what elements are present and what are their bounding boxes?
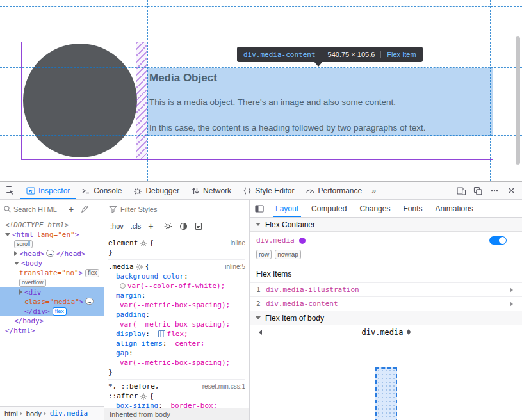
select-arrows-icon	[407, 327, 411, 337]
more-tabs-chevron[interactable]: »	[368, 186, 380, 195]
tab-debugger[interactable]: Debugger	[127, 182, 185, 199]
expand-arrow-icon[interactable]	[14, 251, 17, 256]
tab-changes[interactable]: Changes	[353, 200, 396, 217]
sidebar-toggle-button[interactable]	[250, 205, 269, 213]
class-toggle[interactable]: .cls	[131, 222, 142, 230]
tab-layout[interactable]: Layout	[269, 200, 305, 217]
rule-source-link[interactable]: reset.min.css:1	[202, 382, 245, 391]
tab-inspector[interactable]: Inspector	[20, 182, 76, 199]
light-scheme-toggle[interactable]	[164, 222, 172, 230]
breadcrumb-div-media[interactable]: div.media	[50, 409, 88, 417]
collapse-arrow-icon[interactable]	[5, 233, 10, 236]
chevron-right-icon	[510, 302, 516, 307]
declaration-padding[interactable]: padding var(--metric-box-spacing);	[108, 310, 245, 329]
create-node-button[interactable]: +	[65, 204, 77, 215]
tab-console[interactable]: Console	[76, 182, 127, 199]
collapsed-content-badge[interactable]: …	[85, 298, 94, 305]
breadcrumb-html[interactable]: html	[4, 410, 18, 417]
rules-toolbar	[104, 200, 249, 218]
tab-fonts[interactable]: Fonts	[396, 200, 428, 217]
page-scrollbar[interactable]	[516, 36, 520, 165]
flex-container-selector[interactable]: div.media	[256, 236, 295, 245]
breadcrumb-separator-icon	[44, 412, 48, 416]
flex-item-row-2[interactable]: 2 div.media-content	[250, 297, 522, 311]
rule-selector[interactable]: *, ::before,	[108, 382, 159, 391]
flex-badge-div-media[interactable]: flex	[53, 307, 67, 316]
rule-selector[interactable]: element	[108, 238, 138, 248]
color-swatch[interactable]	[120, 283, 126, 289]
print-simulation-toggle[interactable]	[195, 222, 202, 230]
html-node[interactable]: <htmllang="en">	[0, 230, 104, 239]
breadcrumb-body[interactable]: body	[26, 410, 42, 417]
rule-reset: *, ::before, reset.min.css:1 ::after { b…	[108, 382, 245, 408]
pick-element-icon	[5, 186, 15, 195]
sidebar-tabs: Layout Computed Changes Fonts Animations	[250, 200, 522, 218]
tab-style-editor[interactable]: Style Editor	[237, 182, 300, 199]
flex-item-row-1[interactable]: 1 div.media-illustration	[250, 283, 522, 297]
declaration-background-color[interactable]: background-color var(--color-off-white);	[108, 271, 245, 291]
head-node[interactable]: <head>…</head>	[0, 249, 104, 259]
responsive-design-mode-button[interactable]	[453, 183, 469, 198]
flex-overlay-guide-right	[490, 0, 491, 181]
highlight-matches-icon[interactable]	[140, 240, 147, 246]
flex-badge-body[interactable]: flex	[85, 269, 99, 277]
network-icon	[191, 186, 200, 195]
flex-item-select[interactable]: div.media	[361, 327, 410, 337]
flex-highlighter-switch[interactable]	[489, 236, 507, 245]
div-media-close-line[interactable]: </div>flex	[0, 307, 104, 316]
media-content-highlight: Media Object This is a media object. The…	[147, 68, 493, 136]
div-media-attr-line[interactable]: class="media">…	[0, 297, 104, 307]
rule-source-link[interactable]: inline:5	[225, 262, 245, 271]
dark-scheme-toggle[interactable]	[179, 222, 188, 230]
devtools-panel: Inspector Console Debugger Network Style…	[0, 181, 522, 420]
section-collapse-icon	[256, 316, 261, 322]
devtools-menu-button[interactable]	[486, 183, 503, 198]
filter-styles-input[interactable]	[120, 206, 197, 213]
declaration-gap[interactable]: gap var(--metric-box-spacing);	[108, 348, 245, 368]
expand-arrow-icon[interactable]	[19, 289, 22, 295]
eyedropper-button[interactable]	[79, 204, 90, 215]
flex-container-section-header[interactable]: Flex Container	[250, 218, 522, 232]
body-close-node[interactable]: </body>	[0, 316, 104, 326]
pick-element-button[interactable]	[0, 182, 20, 199]
tab-computed[interactable]: Computed	[305, 200, 353, 217]
doctype-node[interactable]: <!DOCTYPE html>	[0, 220, 104, 230]
collapsed-content-badge[interactable]: …	[46, 250, 54, 257]
scroll-badge[interactable]: scroll	[14, 240, 33, 248]
meatball-menu-icon	[490, 186, 499, 195]
declaration-box-sizing[interactable]: box-sizing border-box;	[108, 401, 245, 408]
tab-network[interactable]: Network	[185, 182, 237, 199]
overlay-color-swatch[interactable]	[299, 238, 306, 244]
debugger-icon	[133, 186, 142, 195]
rule-source-link[interactable]: inline	[231, 238, 245, 248]
split-console-button[interactable]	[469, 183, 486, 198]
highlight-matches-icon[interactable]	[136, 264, 143, 270]
declaration-display[interactable]: display flex;	[108, 329, 245, 339]
rule-selector[interactable]: ::after	[108, 391, 138, 401]
add-rule-button[interactable]: +	[148, 221, 153, 231]
flex-highlighter-toggle-icon[interactable]	[158, 330, 165, 337]
declaration-align-items[interactable]: align-items center;	[108, 339, 245, 348]
flex-gap-hatch	[136, 42, 147, 159]
body-node[interactable]: <body	[0, 259, 104, 268]
rule-selector[interactable]: .media	[108, 262, 134, 271]
performance-icon	[306, 186, 314, 195]
previous-item-button[interactable]	[250, 330, 268, 335]
tab-animations[interactable]: Animations	[428, 200, 479, 217]
overflow-badge[interactable]: overflow	[19, 279, 46, 287]
div-media-node-selected[interactable]: <div	[0, 287, 104, 297]
collapse-arrow-icon[interactable]	[14, 262, 19, 265]
markup-pane: + <!DOCTYPE html> <htmllang="en"> scroll…	[0, 200, 104, 420]
close-devtools-button[interactable]	[503, 183, 519, 198]
tab-performance[interactable]: Performance	[300, 182, 368, 199]
flex-item-section-header[interactable]: Flex Item of body	[250, 311, 522, 325]
html-close-node[interactable]: </html>	[0, 326, 104, 335]
declaration-margin[interactable]: margin var(--metric-box-spacing);	[108, 291, 245, 310]
highlight-matches-icon[interactable]	[140, 393, 147, 400]
search-html-input[interactable]	[13, 206, 63, 213]
body-attr-line[interactable]: translate="no">flex	[0, 268, 104, 278]
pseudo-class-toggle[interactable]: :hov	[110, 222, 124, 230]
flex-direction-badge: row	[256, 250, 272, 259]
flex-item-nav: div.media	[250, 325, 522, 339]
inherited-from-body-header: Inherited from body	[104, 408, 249, 420]
